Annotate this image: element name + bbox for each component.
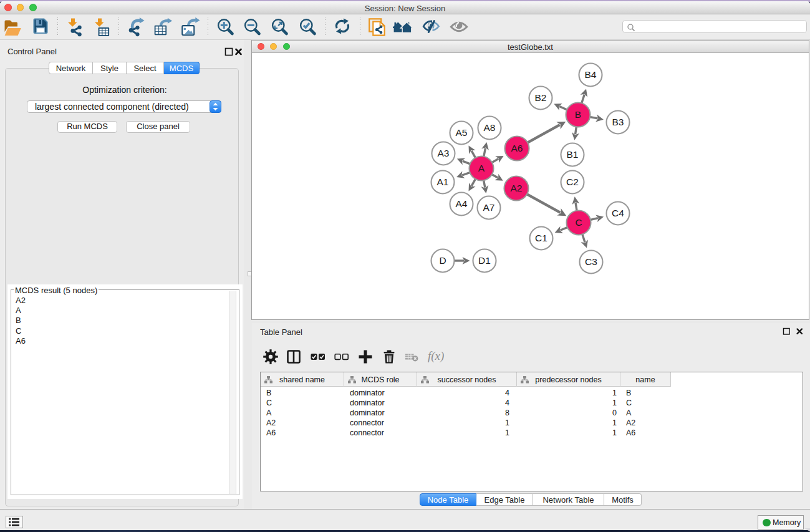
svg-text:B: B: [575, 109, 581, 120]
svg-text:C1: C1: [535, 233, 547, 243]
svg-text:A8: A8: [484, 122, 496, 133]
svg-text:C3: C3: [585, 256, 597, 267]
svg-text:A6: A6: [511, 143, 523, 153]
svg-text:A1: A1: [437, 177, 449, 187]
svg-text:D1: D1: [478, 255, 491, 266]
svg-text:B3: B3: [612, 117, 624, 127]
svg-text:A3: A3: [438, 148, 450, 158]
svg-text:A2: A2: [511, 183, 523, 193]
svg-text:C4: C4: [612, 208, 624, 218]
svg-text:C2: C2: [566, 177, 579, 187]
svg-text:A7: A7: [483, 202, 495, 213]
svg-text:A5: A5: [456, 127, 468, 138]
svg-text:A4: A4: [456, 198, 468, 209]
svg-text:D: D: [439, 255, 446, 266]
svg-text:A: A: [478, 163, 485, 173]
svg-text:B2: B2: [535, 92, 547, 103]
svg-text:B4: B4: [585, 69, 597, 80]
svg-text:B1: B1: [567, 149, 579, 160]
svg-text:C: C: [575, 217, 582, 228]
